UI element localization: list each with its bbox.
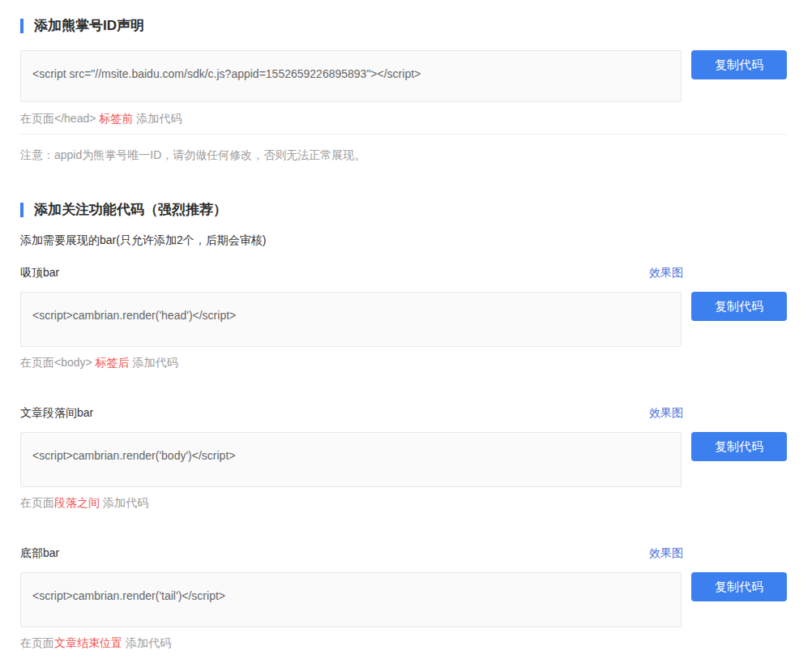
hint-prefix: 在页面 xyxy=(20,636,54,649)
hint-prefix: 在页面</head> xyxy=(20,112,99,125)
hint-highlight: 标签前 xyxy=(99,112,133,125)
hint-suffix: 添加代码 xyxy=(122,636,171,649)
bar-label: 文章段落间bar xyxy=(20,406,93,419)
copy-code-button[interactable]: 复制代码 xyxy=(691,572,787,601)
section-id-declaration: 添加熊掌号ID声明 <script src="//msite.baidu.com… xyxy=(20,18,787,161)
bar-head-row: 底部bar 效果图 xyxy=(20,546,683,559)
section1-hint: 在页面</head> 标签前 添加代码 xyxy=(20,112,787,125)
bar-code-box[interactable]: <script>cambrian.render('head')</script> xyxy=(20,292,682,347)
effect-preview-link[interactable]: 效果图 xyxy=(649,266,683,279)
effect-preview-link[interactable]: 效果图 xyxy=(649,406,683,419)
hint-highlight: 段落之间 xyxy=(54,496,100,509)
hint-highlight: 文章结束位置 xyxy=(54,636,122,649)
effect-preview-link[interactable]: 效果图 xyxy=(649,546,683,559)
bar-code-row: <script>cambrian.render('body')</script>… xyxy=(20,432,787,487)
bar-label: 吸顶bar xyxy=(20,266,59,279)
bar-block-body: 文章段落间bar 效果图 <script>cambrian.render('bo… xyxy=(20,406,787,509)
bar-head-row: 文章段落间bar 效果图 xyxy=(20,406,683,419)
section1-title: 添加熊掌号ID声明 xyxy=(34,18,144,34)
bar-code-box[interactable]: <script>cambrian.render('tail')</script> xyxy=(20,572,682,627)
bar-code-box[interactable]: <script>cambrian.render('body')</script> xyxy=(20,432,682,487)
section2-title-row: 添加关注功能代码（强烈推荐） xyxy=(20,202,787,218)
bar-label: 底部bar xyxy=(20,546,59,559)
section-follow-code: 添加关注功能代码（强烈推荐） 添加需要展现的bar(只允许添加2个，后期会审核)… xyxy=(20,202,787,649)
bar-hint: 在页面段落之间 添加代码 xyxy=(20,496,787,509)
divider xyxy=(20,134,787,135)
section-accent-bar xyxy=(20,203,24,217)
section2-title: 添加关注功能代码（强烈推荐） xyxy=(34,202,227,218)
bar-code-row: <script>cambrian.render('tail')</script>… xyxy=(20,572,787,627)
hint-suffix: 添加代码 xyxy=(133,112,182,125)
hint-suffix: 添加代码 xyxy=(130,356,178,369)
section1-code-box[interactable]: <script src="//msite.baidu.com/sdk/c.js?… xyxy=(20,50,682,102)
bar-block-head: 吸顶bar 效果图 <script>cambrian.render('head'… xyxy=(20,266,787,369)
bar-hint: 在页面<body> 标签后 添加代码 xyxy=(20,356,787,369)
hint-suffix: 添加代码 xyxy=(100,496,148,509)
hint-highlight: 标签后 xyxy=(96,356,130,369)
bar-block-tail: 底部bar 效果图 <script>cambrian.render('tail'… xyxy=(20,546,787,649)
page-container: 添加熊掌号ID声明 <script src="//msite.baidu.com… xyxy=(0,0,812,663)
appid-note: 注意：appid为熊掌号唯一ID，请勿做任何修改，否则无法正常展现。 xyxy=(20,148,787,161)
hint-prefix: 在页面 xyxy=(20,496,54,509)
section-accent-bar xyxy=(20,19,24,33)
section1-code-row: <script src="//msite.baidu.com/sdk/c.js?… xyxy=(20,50,787,102)
section2-subtitle: 添加需要展现的bar(只允许添加2个，后期会审核) xyxy=(20,233,787,246)
section1-title-row: 添加熊掌号ID声明 xyxy=(20,18,787,34)
bar-hint: 在页面文章结束位置 添加代码 xyxy=(20,636,787,649)
bar-head-row: 吸顶bar 效果图 xyxy=(20,266,683,279)
hint-prefix: 在页面<body> xyxy=(20,356,96,369)
copy-code-button[interactable]: 复制代码 xyxy=(691,432,787,461)
copy-code-button[interactable]: 复制代码 xyxy=(691,292,787,321)
bar-code-row: <script>cambrian.render('head')</script>… xyxy=(20,292,787,347)
copy-code-button[interactable]: 复制代码 xyxy=(691,50,787,79)
